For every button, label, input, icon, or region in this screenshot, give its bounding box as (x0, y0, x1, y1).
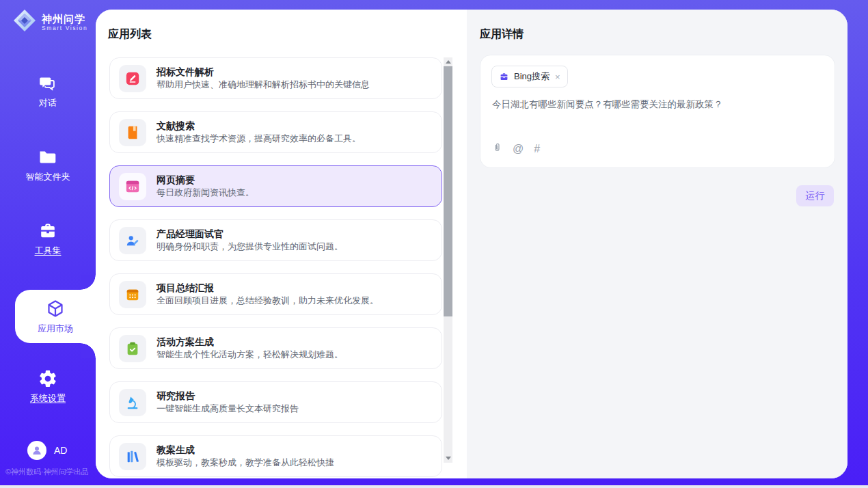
app-card-description: 明确身份和职责，为您提供专业性的面试问题。 (157, 242, 343, 252)
attachment-toolbar: @ # (492, 141, 540, 156)
app-card-description: 帮助用户快速、准确地理解和解析招标书中的关键信息 (157, 80, 370, 90)
brand-subtitle: Smart Vision (42, 25, 87, 31)
app-card-description: 模板驱动，教案秒成，教学准备从此轻松快捷 (157, 458, 334, 467)
app-card-list: 招标文件解析帮助用户快速、准确地理解和解析招标书中的关键信息文献搜索快速精准查找… (109, 57, 442, 478)
paperclip-icon[interactable] (492, 141, 502, 156)
tool-tag-label: Bing搜索 (514, 70, 550, 83)
app-card-bid-doc-analysis[interactable]: 招标文件解析帮助用户快速、准确地理解和解析招标书中的关键信息 (109, 57, 442, 99)
avatar (27, 441, 46, 460)
app-card-title: 研究报告 (157, 391, 299, 401)
app-card-title: 产品经理面试官 (157, 229, 343, 239)
app-card-title: 文献搜索 (157, 121, 361, 131)
sidebar-item-label: 工具集 (35, 245, 62, 257)
book-icon (119, 119, 146, 146)
brand-name: 神州问学 (42, 13, 87, 25)
user-name: AD (54, 445, 67, 456)
query-text: 今日湖北有哪些新闻要点？有哪些需要关注的最新政策？ (492, 98, 824, 111)
scroll-up-arrow[interactable] (444, 57, 452, 66)
scrollbar-thumb[interactable] (444, 66, 452, 316)
tool-tag-close-icon[interactable]: × (555, 72, 560, 82)
scrollbar[interactable] (444, 57, 452, 463)
prompt-input-card[interactable]: Bing搜索 × 今日湖北有哪些新闻要点？有哪些需要关注的最新政策？ @ # (480, 55, 835, 168)
cube-icon (45, 299, 66, 319)
hash-icon[interactable]: # (534, 143, 540, 155)
app-card-description: 每日政府新闻资讯快查。 (157, 188, 254, 198)
scroll-down-arrow[interactable] (444, 454, 452, 463)
folder-icon (38, 147, 58, 167)
app-list-title: 应用列表 (108, 27, 152, 42)
sidebar-item-system-settings[interactable]: 系统设置 (0, 368, 96, 405)
app-card-web-summary[interactable]: 网页摘要每日政府新闻资讯快查。 (109, 165, 442, 207)
app-card-event-plan[interactable]: 活动方案生成智能生成个性化活动方案，轻松解决规划难题。 (109, 327, 442, 369)
brand-logo-icon (12, 8, 37, 36)
tool-tag[interactable]: Bing搜索 × (491, 66, 568, 87)
sidebar-item-smart-folder[interactable]: 智能文件夹 (0, 147, 96, 183)
app-detail-panel: 应用详情 Bing搜索 × 今日湖北有哪些新闻要点？有哪些需要关注的最新政策？ … (467, 10, 847, 478)
app-card-title: 网页摘要 (157, 175, 254, 185)
app-detail-title: 应用详情 (480, 27, 524, 42)
copyright: ©神州数码·神州问学出品 (5, 467, 89, 477)
sidebar-item-toolset[interactable]: 工具集 (0, 221, 96, 257)
browser-icon (119, 173, 146, 200)
main-content: 应用列表 招标文件解析帮助用户快速、准确地理解和解析招标书中的关键信息文献搜索快… (96, 10, 847, 478)
sidebar-item-app-market[interactable]: 应用市场 (15, 290, 96, 343)
app-card-description: 一键智能生成高质量长文本研究报告 (157, 404, 299, 414)
sidebar-item-label: 应用市场 (38, 323, 73, 335)
sidebar-item-label: 系统设置 (30, 392, 66, 405)
app-card-project-summary[interactable]: 项目总结汇报全面回顾项目进展，总结经验教训，助力未来优化发展。 (109, 273, 442, 315)
run-button[interactable]: 运行 (796, 185, 834, 206)
briefcase-icon (499, 72, 509, 82)
app-card-description: 智能生成个性化活动方案，轻松解决规划难题。 (157, 350, 343, 360)
sidebar-item-label: 智能文件夹 (26, 171, 70, 183)
app-card-title: 教案生成 (157, 445, 334, 455)
app-card-title: 项目总结汇报 (157, 283, 379, 293)
app-window: { "brand": { "name": "神州问学", "subtitle":… (0, 0, 868, 488)
sidebar-item-chat[interactable]: 对话 (0, 73, 96, 109)
app-card-title: 招标文件解析 (157, 67, 370, 77)
app-card-research-report[interactable]: 研究报告一键智能生成高质量长文本研究报告 (109, 381, 442, 423)
interviewer-icon (119, 227, 146, 254)
window-bottom-edge (0, 485, 868, 488)
books-icon (119, 443, 146, 470)
app-card-description: 快速精准查找学术资源，提高研究效率的必备工具。 (157, 134, 361, 144)
app-card-title: 活动方案生成 (157, 337, 343, 347)
mention-icon[interactable]: @ (513, 143, 524, 155)
brand: 神州问学 Smart Vision (12, 8, 87, 36)
calendar-icon (119, 281, 146, 308)
app-card-pm-interviewer[interactable]: 产品经理面试官明确身份和职责，为您提供专业性的面试问题。 (109, 219, 442, 261)
app-card-description: 全面回顾项目进展，总结经验教训，助力未来优化发展。 (157, 296, 379, 306)
microscope-icon (119, 389, 146, 416)
sidebar-item-label: 对话 (39, 97, 57, 109)
pen-square-icon (119, 65, 146, 92)
sidebar: 神州问学 Smart Vision 对话智能文件夹工具集应用市场系统设置 AD … (0, 0, 96, 488)
app-list-panel: 应用列表 招标文件解析帮助用户快速、准确地理解和解析招标书中的关键信息文献搜索快… (96, 10, 467, 478)
clipboard-check-icon (119, 335, 146, 362)
app-card-literature-search[interactable]: 文献搜索快速精准查找学术资源，提高研究效率的必备工具。 (109, 111, 442, 153)
briefcase-icon (38, 221, 58, 241)
gear-icon (38, 368, 58, 389)
chat-icon (38, 73, 58, 94)
app-card-lesson-plan[interactable]: 教案生成模板驱动，教案秒成，教学准备从此轻松快捷 (109, 435, 442, 477)
user-row[interactable]: AD (27, 441, 67, 460)
